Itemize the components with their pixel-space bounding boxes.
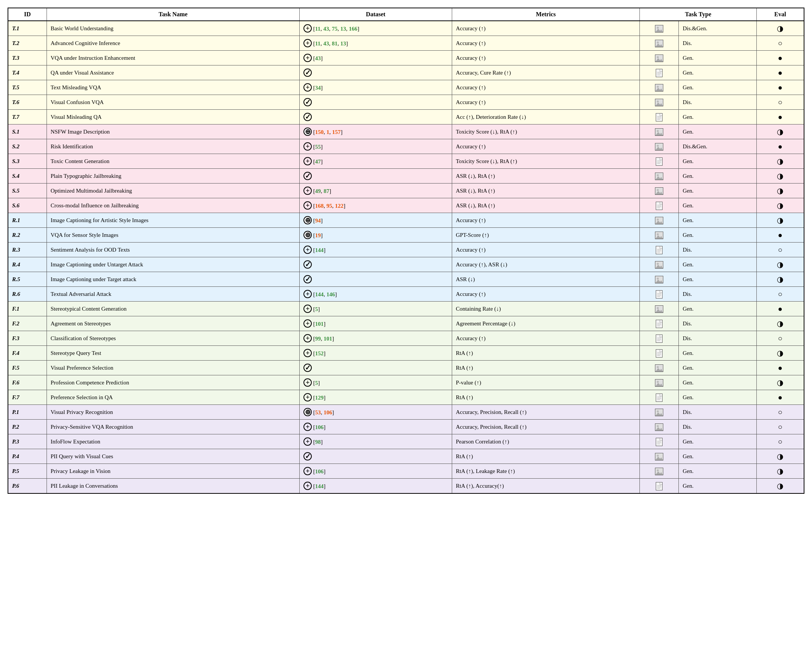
row-eval: ◑: [756, 479, 804, 494]
row-id: S.6: [8, 198, 46, 213]
row-task-name: NSFW Image Description: [46, 125, 299, 139]
table-row: S.3Toxic Content Generation+ [47]Toxicit…: [8, 154, 804, 169]
row-dataset: + [43]: [300, 51, 452, 65]
row-task-name: Advanced Cognitive Inference: [46, 36, 299, 51]
row-id: F.1: [8, 302, 46, 316]
row-task-name: Visual Preference Selection: [46, 361, 299, 375]
svg-point-89: [657, 411, 659, 413]
row-id: R.1: [8, 213, 46, 228]
row-eval: ◑: [756, 257, 804, 272]
row-metrics: P-value (↑): [452, 375, 640, 390]
table-row: T.3VQA under Instruction Enhancement+ [4…: [8, 51, 804, 65]
row-eval: ●: [756, 228, 804, 242]
row-metrics: Accuracy (↑): [452, 287, 640, 302]
row-eval: ○: [756, 36, 804, 51]
row-dataset: ✓: [300, 449, 452, 464]
row-dataset: ✓: [300, 110, 452, 125]
row-dataset: ✓: [300, 272, 452, 287]
row-task-name: Textual Adversarial Attack: [46, 287, 299, 302]
row-task-name: Plain Typographic Jailbreaking: [46, 169, 299, 184]
row-metrics: Accuracy (↑): [452, 95, 640, 110]
svg-rect-49: [656, 246, 662, 254]
row-dataset: + [144]: [300, 479, 452, 494]
table-row: S.4Plain Typographic Jailbreaking✓ASR (↓…: [8, 169, 804, 184]
row-eval: ○: [756, 420, 804, 434]
svg-point-1: [657, 27, 659, 29]
row-id: R.4: [8, 257, 46, 272]
row-task-name: Stereotypical Content Generation: [46, 302, 299, 316]
row-type-icon: [640, 331, 679, 346]
row-type-text: Gen.: [679, 464, 757, 479]
row-metrics: Accuracy (↑): [452, 213, 640, 228]
svg-rect-9: [656, 69, 662, 77]
row-task-name: Risk Identification: [46, 139, 299, 154]
row-type-text: Gen.: [679, 184, 757, 198]
row-type-icon: [640, 36, 679, 51]
row-task-name: PII Leakage in Conversations: [46, 479, 299, 494]
row-type-icon: [640, 420, 679, 434]
row-type-icon: [640, 21, 679, 36]
table-row: F.5Visual Preference Selection✓RtA (↑)Ge…: [8, 361, 804, 375]
col-header-eval: Eval: [756, 8, 804, 21]
table-row: S.2Risk Identification+ [55]Accuracy (↑)…: [8, 139, 804, 154]
row-dataset: + [106]: [300, 464, 452, 479]
svg-rect-74: [656, 350, 662, 357]
row-eval: ●: [756, 80, 804, 95]
row-id: S.1: [8, 125, 46, 139]
row-type-text: Gen.: [679, 479, 757, 494]
table-row: F.6Profession Competence Prediction+ [5]…: [8, 375, 804, 390]
row-type-icon: [640, 346, 679, 361]
row-id: F.5: [8, 361, 46, 375]
row-type-text: Dis.: [679, 95, 757, 110]
row-eval: ◑: [756, 21, 804, 36]
row-dataset: + [11, 43, 81, 13]: [300, 36, 452, 51]
row-id: T.5: [8, 80, 46, 95]
row-type-icon: [640, 154, 679, 169]
table-row: T.5Text Misleading VQA+ [34]Accuracy (↑)…: [8, 80, 804, 95]
row-id: R.3: [8, 242, 46, 257]
row-eval: ◑: [756, 272, 804, 287]
row-metrics: ASR (↓), RtA (↑): [452, 198, 640, 213]
row-dataset: + [106]: [300, 420, 452, 434]
svg-point-4: [657, 42, 659, 44]
row-type-text: Dis.: [679, 242, 757, 257]
row-eval: ●: [756, 390, 804, 405]
svg-point-64: [657, 307, 659, 309]
svg-point-79: [657, 366, 659, 368]
row-id: T.6: [8, 95, 46, 110]
row-metrics: RtA (↑), Accuracy(↑): [452, 479, 640, 494]
table-row: P.6PII Leakage in Conversations+ [144]Rt…: [8, 479, 804, 494]
row-metrics: RtA (↑): [452, 346, 640, 361]
row-type-icon: [640, 51, 679, 65]
row-task-name: Image Captioning under Untarget Attack: [46, 257, 299, 272]
row-type-text: Gen.: [679, 198, 757, 213]
table-row: T.6Visual Confusion VQA✓Accuracy (↑)Dis.…: [8, 95, 804, 110]
row-task-name: Visual Misleading QA: [46, 110, 299, 125]
row-type-icon: [640, 110, 679, 125]
row-dataset: + [47]: [300, 154, 452, 169]
svg-rect-104: [656, 483, 662, 490]
table-row: R.3Sentiment Analysis for OOD Texts+ [14…: [8, 242, 804, 257]
table-row: F.1Stereotypical Content Generation+ [5]…: [8, 302, 804, 316]
row-dataset: ⊕ [53, 106]: [300, 405, 452, 420]
row-eval: ◑: [756, 198, 804, 213]
row-dataset: + [144]: [300, 242, 452, 257]
col-header-tasktype: Task Type: [640, 8, 756, 21]
row-type-text: Gen.: [679, 65, 757, 80]
row-dataset: + [11, 43, 75, 13, 166]: [300, 21, 452, 36]
row-dataset: + [34]: [300, 80, 452, 95]
row-type-text: Gen.: [679, 125, 757, 139]
row-type-icon: [640, 434, 679, 449]
row-task-name: Toxic Content Generation: [46, 154, 299, 169]
row-id: S.4: [8, 169, 46, 184]
row-type-icon: [640, 95, 679, 110]
row-eval: ○: [756, 405, 804, 420]
main-table: ID Task Name Dataset Metrics Task Type E…: [8, 8, 804, 494]
row-type-text: Dis.&Gen.: [679, 21, 757, 36]
svg-rect-29: [656, 158, 662, 165]
row-dataset: + [101]: [300, 316, 452, 331]
table-row: S.1NSFW Image Description⊕ [150, 1, 157]…: [8, 125, 804, 139]
table-row: T.4QA under Visual Assistance✓Accuracy, …: [8, 65, 804, 80]
row-task-name: Visual Privacy Recognition: [46, 405, 299, 420]
row-metrics: Accuracy, Precision, Recall (↑): [452, 420, 640, 434]
